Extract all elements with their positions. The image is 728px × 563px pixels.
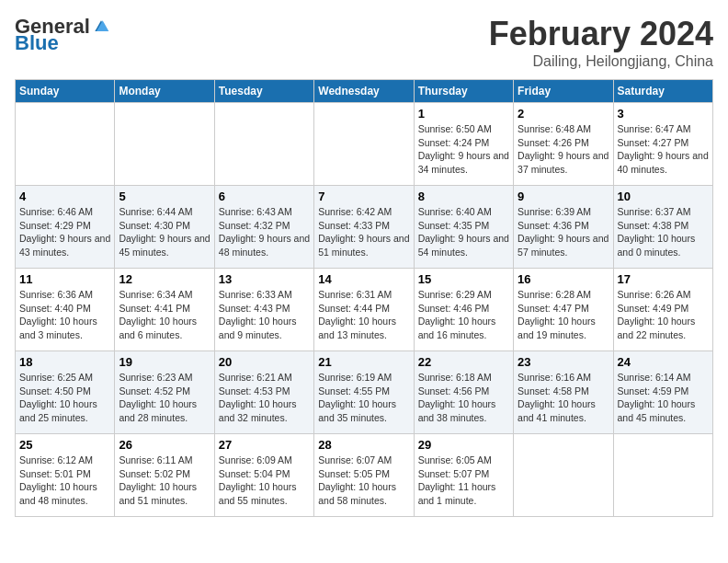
calendar-cell: 16Sunrise: 6:28 AMSunset: 4:47 PMDayligh…: [514, 269, 613, 351]
calendar-cell: 25Sunrise: 6:12 AMSunset: 5:01 PMDayligh…: [16, 434, 115, 517]
calendar-cell: 18Sunrise: 6:25 AMSunset: 4:50 PMDayligh…: [16, 351, 115, 434]
day-number: 3: [618, 107, 709, 121]
calendar-cell: 26Sunrise: 6:11 AMSunset: 5:02 PMDayligh…: [115, 434, 214, 517]
day-number: 21: [318, 355, 409, 369]
calendar-cell: 3Sunrise: 6:47 AMSunset: 4:27 PMDaylight…: [613, 103, 712, 186]
calendar-cell: 19Sunrise: 6:23 AMSunset: 4:52 PMDayligh…: [115, 351, 214, 434]
calendar-cell: [314, 103, 414, 186]
calendar-cell: [613, 434, 712, 517]
day-number: 23: [518, 355, 609, 369]
header-saturday: Saturday: [613, 80, 712, 103]
day-info: Sunrise: 6:40 AMSunset: 4:35 PMDaylight:…: [418, 205, 509, 259]
logo-blue-text: Blue: [15, 31, 59, 55]
calendar-cell: 17Sunrise: 6:26 AMSunset: 4:49 PMDayligh…: [613, 269, 712, 351]
calendar-cell: 29Sunrise: 6:05 AMSunset: 5:07 PMDayligh…: [414, 434, 513, 517]
day-number: 17: [618, 272, 709, 286]
day-number: 27: [219, 438, 310, 452]
calendar-cell: 9Sunrise: 6:39 AMSunset: 4:36 PMDaylight…: [514, 186, 613, 269]
day-number: 29: [418, 438, 509, 452]
calendar-cell: 27Sunrise: 6:09 AMSunset: 5:04 PMDayligh…: [214, 434, 313, 517]
day-info: Sunrise: 6:47 AMSunset: 4:27 PMDaylight:…: [618, 122, 709, 177]
day-info: Sunrise: 6:50 AMSunset: 4:24 PMDaylight:…: [418, 122, 509, 177]
day-info: Sunrise: 6:19 AMSunset: 4:55 PMDaylight:…: [318, 371, 409, 425]
calendar-cell: 12Sunrise: 6:34 AMSunset: 4:41 PMDayligh…: [115, 269, 214, 351]
day-number: 19: [119, 355, 210, 369]
day-info: Sunrise: 6:37 AMSunset: 4:38 PMDaylight:…: [618, 205, 709, 259]
day-number: 18: [19, 355, 110, 369]
day-info: Sunrise: 6:29 AMSunset: 4:46 PMDaylight:…: [418, 288, 509, 342]
day-info: Sunrise: 6:07 AMSunset: 5:05 PMDaylight:…: [318, 454, 409, 508]
calendar-cell: 22Sunrise: 6:18 AMSunset: 4:56 PMDayligh…: [414, 351, 513, 434]
calendar-cell: 6Sunrise: 6:43 AMSunset: 4:32 PMDaylight…: [214, 186, 313, 269]
day-info: Sunrise: 6:42 AMSunset: 4:33 PMDaylight:…: [318, 205, 409, 259]
title-block: February 2024 Dailing, Heilongjiang, Chi…: [489, 15, 713, 70]
day-number: 20: [219, 355, 310, 369]
day-number: 5: [119, 190, 210, 203]
calendar-header-row: SundayMondayTuesdayWednesdayThursdayFrid…: [16, 80, 713, 103]
calendar-cell: 7Sunrise: 6:42 AMSunset: 4:33 PMDaylight…: [314, 186, 414, 269]
day-info: Sunrise: 6:09 AMSunset: 5:04 PMDaylight:…: [219, 454, 310, 508]
header-sunday: Sunday: [16, 80, 115, 103]
day-number: 13: [219, 272, 310, 286]
calendar-week-row: 4Sunrise: 6:46 AMSunset: 4:29 PMDaylight…: [16, 186, 713, 269]
calendar-cell: 24Sunrise: 6:14 AMSunset: 4:59 PMDayligh…: [613, 351, 712, 434]
calendar-location: Dailing, Heilongjiang, China: [489, 53, 713, 70]
header-monday: Monday: [115, 80, 214, 103]
calendar-week-row: 25Sunrise: 6:12 AMSunset: 5:01 PMDayligh…: [16, 434, 713, 517]
header-tuesday: Tuesday: [214, 80, 313, 103]
day-info: Sunrise: 6:12 AMSunset: 5:01 PMDaylight:…: [19, 454, 110, 508]
day-info: Sunrise: 6:43 AMSunset: 4:32 PMDaylight:…: [219, 205, 310, 259]
calendar-cell: 14Sunrise: 6:31 AMSunset: 4:44 PMDayligh…: [314, 269, 414, 351]
day-info: Sunrise: 6:26 AMSunset: 4:49 PMDaylight:…: [618, 288, 709, 342]
calendar-cell: 1Sunrise: 6:50 AMSunset: 4:24 PMDaylight…: [414, 103, 513, 186]
day-info: Sunrise: 6:11 AMSunset: 5:02 PMDaylight:…: [119, 454, 210, 508]
day-info: Sunrise: 6:48 AMSunset: 4:26 PMDaylight:…: [518, 122, 609, 177]
day-info: Sunrise: 6:46 AMSunset: 4:29 PMDaylight:…: [19, 205, 110, 259]
day-number: 4: [19, 190, 110, 203]
day-number: 16: [518, 272, 609, 286]
calendar-title: February 2024: [489, 15, 713, 53]
day-number: 6: [219, 190, 310, 203]
day-number: 14: [318, 272, 409, 286]
calendar-cell: 20Sunrise: 6:21 AMSunset: 4:53 PMDayligh…: [214, 351, 313, 434]
day-number: 22: [418, 355, 509, 369]
calendar-week-row: 18Sunrise: 6:25 AMSunset: 4:50 PMDayligh…: [16, 351, 713, 434]
calendar-cell: 2Sunrise: 6:48 AMSunset: 4:26 PMDaylight…: [514, 103, 613, 186]
calendar-cell: [16, 103, 115, 186]
day-info: Sunrise: 6:33 AMSunset: 4:43 PMDaylight:…: [219, 288, 310, 342]
day-info: Sunrise: 6:23 AMSunset: 4:52 PMDaylight:…: [119, 371, 210, 425]
calendar-table: SundayMondayTuesdayWednesdayThursdayFrid…: [15, 79, 713, 517]
day-info: Sunrise: 6:31 AMSunset: 4:44 PMDaylight:…: [318, 288, 409, 342]
day-number: 11: [19, 272, 110, 286]
calendar-cell: [214, 103, 313, 186]
calendar-cell: 28Sunrise: 6:07 AMSunset: 5:05 PMDayligh…: [314, 434, 414, 517]
day-number: 7: [318, 190, 409, 203]
calendar-cell: 5Sunrise: 6:44 AMSunset: 4:30 PMDaylight…: [115, 186, 214, 269]
header-friday: Friday: [514, 80, 613, 103]
day-info: Sunrise: 6:39 AMSunset: 4:36 PMDaylight:…: [518, 205, 609, 259]
day-number: 26: [119, 438, 210, 452]
calendar-cell: 4Sunrise: 6:46 AMSunset: 4:29 PMDaylight…: [16, 186, 115, 269]
day-number: 1: [418, 107, 509, 121]
day-info: Sunrise: 6:34 AMSunset: 4:41 PMDaylight:…: [119, 288, 210, 342]
day-info: Sunrise: 6:21 AMSunset: 4:53 PMDaylight:…: [219, 371, 310, 425]
day-number: 15: [418, 272, 509, 286]
calendar-cell: 11Sunrise: 6:36 AMSunset: 4:40 PMDayligh…: [16, 269, 115, 351]
calendar-week-row: 11Sunrise: 6:36 AMSunset: 4:40 PMDayligh…: [16, 269, 713, 351]
day-info: Sunrise: 6:14 AMSunset: 4:59 PMDaylight:…: [618, 371, 709, 425]
day-number: 12: [119, 272, 210, 286]
calendar-cell: 23Sunrise: 6:16 AMSunset: 4:58 PMDayligh…: [514, 351, 613, 434]
calendar-cell: [115, 103, 214, 186]
day-info: Sunrise: 6:05 AMSunset: 5:07 PMDaylight:…: [418, 454, 509, 508]
day-number: 9: [518, 190, 609, 203]
day-info: Sunrise: 6:25 AMSunset: 4:50 PMDaylight:…: [19, 371, 110, 425]
calendar-week-row: 1Sunrise: 6:50 AMSunset: 4:24 PMDaylight…: [16, 103, 713, 186]
logo: General Blue: [15, 15, 110, 55]
day-info: Sunrise: 6:16 AMSunset: 4:58 PMDaylight:…: [518, 371, 609, 425]
day-number: 8: [418, 190, 509, 203]
day-number: 2: [518, 107, 609, 121]
header-thursday: Thursday: [414, 80, 513, 103]
day-number: 24: [618, 355, 709, 369]
day-number: 25: [19, 438, 110, 452]
calendar-cell: 10Sunrise: 6:37 AMSunset: 4:38 PMDayligh…: [613, 186, 712, 269]
